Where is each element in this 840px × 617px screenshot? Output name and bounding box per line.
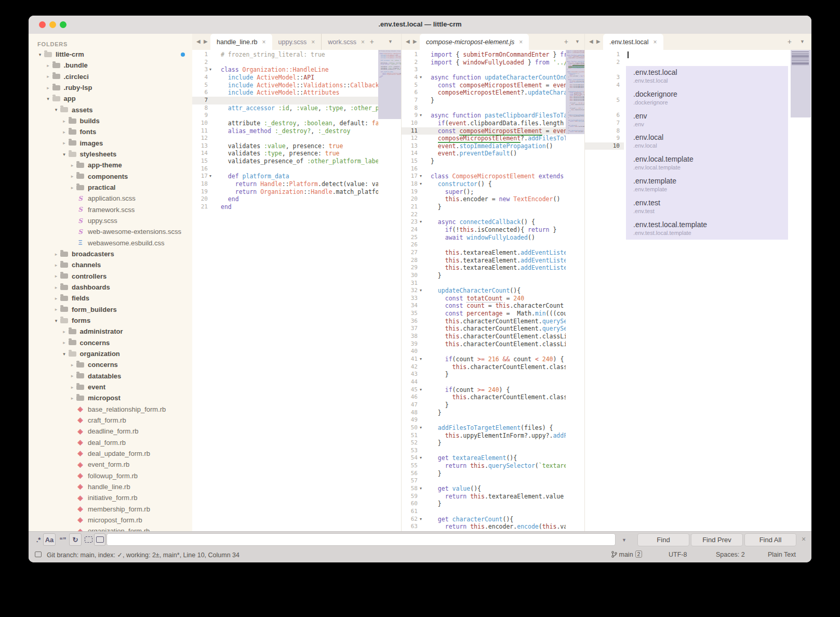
code-line[interactable]: this.characterCountElement.querySelector… xyxy=(431,318,585,325)
chevron-right-icon[interactable]: ▸ xyxy=(53,296,59,301)
code-line[interactable]: include ActiveModel::Attributes xyxy=(221,89,340,97)
code-line[interactable]: const totatCount = 240 xyxy=(431,295,524,303)
minimap[interactable]: # frozen_string_literal: trueclass Organ… xyxy=(378,50,401,531)
sidebar-file-organization_form.rb[interactable]: ◈organization_form.rb xyxy=(29,526,192,531)
code-line[interactable]: end xyxy=(221,195,239,203)
branch-indicator[interactable]: main2 xyxy=(611,551,642,558)
chevron-down-icon[interactable]: ▾ xyxy=(61,351,68,357)
fold-arrow-icon[interactable]: ▾ xyxy=(420,74,422,82)
sidebar-folder-channels[interactable]: ▸channels xyxy=(29,259,192,270)
find-button-find-all[interactable]: Find All xyxy=(744,533,796,546)
code-line[interactable]: } xyxy=(431,439,442,447)
fold-arrow-icon[interactable]: ▾ xyxy=(420,180,422,188)
code-line[interactable]: } xyxy=(431,203,442,211)
code-line[interactable]: } xyxy=(431,409,442,417)
fold-arrow-icon[interactable]: ▾ xyxy=(420,356,422,363)
chevron-right-icon[interactable]: ▸ xyxy=(69,185,75,190)
sidebar-folder-little-crm[interactable]: ▾little-crm xyxy=(29,49,192,60)
fold-arrow-icon[interactable]: ▾ xyxy=(420,173,422,180)
find-toggle-case-sensitive[interactable]: Aa xyxy=(43,533,56,546)
tab-nav-back-icon[interactable]: ◀ xyxy=(196,38,202,44)
sidebar-folder-assets[interactable]: ▾assets xyxy=(29,104,192,115)
chevron-right-icon[interactable]: ▸ xyxy=(61,129,68,135)
code-line[interactable]: updateCharacterCount(){ xyxy=(431,287,521,295)
sidebar-file-framework.scss[interactable]: Sframework.scss xyxy=(29,204,192,215)
code-line[interactable]: attr_accessor :id, :value, :type, :other… xyxy=(221,104,401,112)
sidebar-folder-forms[interactable]: ▾forms xyxy=(29,315,192,326)
fold-arrow-icon[interactable]: ▾ xyxy=(420,485,422,493)
tab-.env.test.local[interactable]: .env.test.local× xyxy=(603,34,663,50)
code-line[interactable]: if(count >= 240) { xyxy=(431,386,510,394)
sidebar-folder-administrator[interactable]: ▸administrator xyxy=(29,326,192,337)
chevron-right-icon[interactable]: ▸ xyxy=(61,140,68,146)
code-line[interactable]: constructor() { xyxy=(431,180,492,188)
chevron-right-icon[interactable]: ▸ xyxy=(53,285,59,290)
chevron-right-icon[interactable]: ▸ xyxy=(53,307,59,312)
sidebar-folder-fields[interactable]: ▸fields xyxy=(29,293,192,304)
code-line[interactable]: } xyxy=(431,272,442,280)
autocomplete-item[interactable]: .env.local.template.env.local.template xyxy=(626,153,788,175)
chevron-down-icon[interactable]: ▾ xyxy=(45,96,51,101)
sidebar-folder-broadcasters[interactable]: ▸broadcasters xyxy=(29,248,192,259)
code-line[interactable]: return Handle::Platform.detect(value: va… xyxy=(221,180,393,188)
sidebar-file-initiative_form.rb[interactable]: ◈initiative_form.rb xyxy=(29,492,192,503)
code-line[interactable]: attribute :_destroy, :boolean, default: … xyxy=(221,120,390,127)
code-line[interactable]: async function pasteClipboardFilesToTarg… xyxy=(431,112,585,120)
code-line[interactable]: return this.querySelector(`textarea[data xyxy=(431,462,585,470)
code-line[interactable]: const percentage = Math.min(((count/2 xyxy=(431,310,582,318)
sidebar-folder-practical[interactable]: ▸practical xyxy=(29,182,192,193)
chevron-right-icon[interactable]: ▸ xyxy=(61,340,68,345)
chevron-right-icon[interactable]: ▸ xyxy=(69,373,75,378)
tab-close-icon[interactable]: × xyxy=(262,38,266,46)
find-toggle-highlight-matches[interactable] xyxy=(94,533,105,546)
tab-close-icon[interactable]: × xyxy=(654,38,657,46)
autocomplete-item[interactable]: .env.env xyxy=(626,110,788,132)
tab-overflow-icon[interactable]: ▼ xyxy=(388,39,393,44)
code-line[interactable]: this.characterCountElement.classList.re xyxy=(431,340,585,348)
chevron-down-icon[interactable]: ▾ xyxy=(53,318,59,323)
find-history-dropdown-icon[interactable]: ▼ xyxy=(622,537,626,543)
sidebar-folder-fonts[interactable]: ▸fonts xyxy=(29,126,192,137)
chevron-right-icon[interactable]: ▸ xyxy=(61,119,68,124)
code-line[interactable]: validates_presence_of :other_platform_la… xyxy=(221,157,383,165)
chevron-down-icon[interactable]: ▾ xyxy=(61,152,68,157)
chevron-down-icon[interactable]: ▾ xyxy=(37,52,43,57)
chevron-right-icon[interactable]: ▸ xyxy=(53,262,59,268)
syntax-indicator[interactable]: Plain Text xyxy=(768,551,796,558)
sidebar-folder-.circleci[interactable]: ▸.circleci xyxy=(29,71,192,82)
find-toggle-wrap[interactable]: ↻ xyxy=(69,533,82,546)
sidebar-folder-form_builders[interactable]: ▸form_builders xyxy=(29,304,192,315)
code-line[interactable]: if(count >= 216 && count < 240) { xyxy=(431,356,564,363)
tab-close-icon[interactable]: × xyxy=(519,38,523,46)
fold-arrow-icon[interactable]: ▾ xyxy=(209,173,211,180)
autocomplete-item[interactable]: .env.test.local.env.test.local xyxy=(626,66,788,88)
minimap-viewport[interactable] xyxy=(566,50,585,134)
find-button-find[interactable]: Find xyxy=(637,533,689,546)
find-toggle-regex[interactable]: .* xyxy=(34,533,43,546)
sidebar-folder-event[interactable]: ▸event xyxy=(29,382,192,392)
code-line[interactable]: composeMicropostElement?.addFilesToTarge… xyxy=(431,135,585,142)
chevron-right-icon[interactable]: ▸ xyxy=(69,385,75,390)
code-line[interactable]: this.characterCountElement.classList.re xyxy=(431,333,585,340)
new-tab-icon[interactable]: + xyxy=(564,37,568,46)
tab-overflow-icon[interactable]: ▼ xyxy=(800,39,805,44)
code-line[interactable]: include ActiveModel::Validations::Callba… xyxy=(221,82,383,89)
encoding-indicator[interactable]: UTF-8 xyxy=(669,551,687,558)
chevron-down-icon[interactable]: ▾ xyxy=(53,107,59,112)
fold-arrow-icon[interactable]: ▾ xyxy=(209,66,211,74)
sidebar-folder-dashboards[interactable]: ▸dashboards xyxy=(29,282,192,293)
code-line[interactable]: const composeMicropostElement = event.ta… xyxy=(431,127,585,135)
sidebar-toggle-icon[interactable] xyxy=(35,552,42,557)
chevron-right-icon[interactable]: ▸ xyxy=(69,163,75,168)
minimap[interactable] xyxy=(791,50,811,531)
find-toggle-in-selection[interactable] xyxy=(83,533,94,546)
code-line[interactable]: this.encoder = new TextEncoder() xyxy=(431,195,560,203)
code-line[interactable]: const count = this.characterCount xyxy=(431,302,564,310)
code-line[interactable]: return Organization::Handle.match_platfo… xyxy=(221,188,390,196)
sidebar-folder-concerns[interactable]: ▸concerns xyxy=(29,337,192,348)
chevron-right-icon[interactable]: ▸ xyxy=(53,252,59,257)
sidebar-folder-app-theme[interactable]: ▸app-theme xyxy=(29,160,192,170)
chevron-right-icon[interactable]: ▸ xyxy=(45,74,51,79)
sidebar-folder-controllers[interactable]: ▸controllers xyxy=(29,271,192,282)
chevron-right-icon[interactable]: ▸ xyxy=(45,85,51,90)
